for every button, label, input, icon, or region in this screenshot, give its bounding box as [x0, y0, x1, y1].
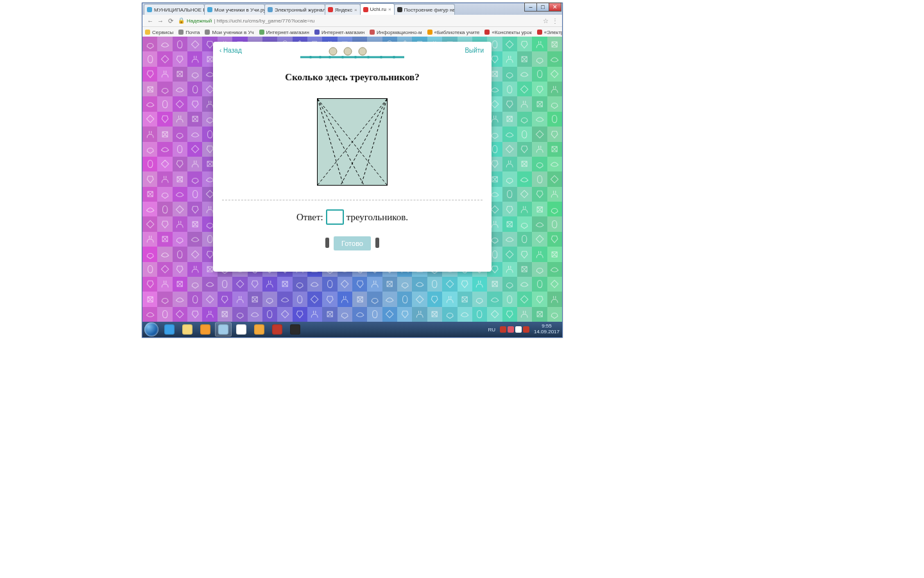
nav-forward-icon[interactable]: → — [157, 17, 164, 24]
taskbar-app-explorer[interactable] — [179, 322, 196, 337]
grid-cell — [517, 307, 532, 322]
doodle-icon — [175, 174, 185, 184]
bookmark-item[interactable]: «Конспекты урок — [484, 30, 531, 35]
tab-close-icon[interactable]: × — [354, 7, 357, 13]
grid-cell — [142, 171, 157, 186]
grid-cell — [352, 277, 367, 292]
taskbar-app-ie[interactable] — [161, 322, 178, 337]
grid-cell — [232, 307, 247, 322]
tab-strip: МУНИЦИПАЛЬНОЕ БЮДЖ×Мои ученики в Учи.ру×… — [142, 3, 562, 15]
maximize-button[interactable]: □ — [536, 3, 549, 12]
grid-cell — [502, 171, 517, 186]
minimize-button[interactable]: – — [524, 3, 537, 12]
doodle-icon — [459, 309, 470, 319]
bookmark-favicon — [484, 30, 490, 35]
doodle-icon — [219, 294, 230, 304]
app-icon — [236, 324, 246, 335]
grid-cell — [322, 292, 337, 306]
browser-menu-icon[interactable]: ⋮ — [552, 17, 558, 24]
doodle-icon — [190, 39, 200, 49]
doodle-icon — [235, 309, 245, 319]
doodle-icon — [190, 264, 200, 274]
clock[interactable]: 9:55 14.09.2017 — [534, 324, 560, 335]
bookmark-item[interactable]: Интернет-магазин — [314, 30, 364, 35]
app-icon — [254, 324, 264, 335]
bookmark-item[interactable]: Интернет-магазин — [259, 30, 309, 35]
doodle-icon — [519, 174, 529, 184]
taskbar-app-outlook[interactable] — [251, 322, 268, 337]
taskbar-app-chrome[interactable] — [233, 322, 250, 337]
grid-cell — [532, 232, 547, 247]
doodle-icon — [415, 294, 425, 304]
doodle-icon — [160, 264, 170, 274]
nav-back-icon[interactable]: ← — [146, 17, 154, 24]
doodle-icon — [519, 249, 529, 259]
grid-cell — [142, 157, 157, 171]
doodle-icon — [445, 279, 455, 289]
taskbar-app-app-red[interactable] — [269, 322, 286, 337]
doodle-icon — [535, 114, 545, 124]
grid-cell — [502, 96, 517, 111]
doodle-icon — [145, 189, 155, 199]
language-indicator[interactable]: RU — [488, 327, 495, 333]
tray-icon[interactable] — [523, 326, 529, 333]
doodle-icon — [190, 219, 200, 229]
grid-cell — [338, 277, 352, 292]
done-button[interactable]: Готово — [334, 236, 371, 250]
doodle-icon — [190, 144, 200, 154]
system-tray[interactable] — [499, 326, 530, 333]
doodle-icon — [549, 159, 560, 169]
doodle-icon — [549, 39, 560, 49]
doodle-icon — [264, 294, 275, 304]
tray-icon[interactable] — [508, 326, 514, 333]
nav-reload-icon[interactable]: ⟳ — [167, 17, 175, 24]
bookmark-item[interactable]: Почта — [178, 30, 200, 35]
progress-indicator — [298, 46, 407, 61]
doodle-icon — [160, 294, 170, 304]
bookmark-star-icon[interactable]: ☆ — [543, 17, 549, 24]
grid-cell — [502, 232, 517, 247]
doodle-icon — [490, 294, 500, 304]
grid-cell — [532, 67, 547, 82]
doodle-icon — [549, 219, 560, 229]
doodle-icon — [145, 279, 155, 289]
doodle-icon — [549, 189, 560, 199]
browser-tab[interactable]: Электронный журнал× — [264, 4, 325, 15]
bookmark-item[interactable]: Мои ученики в Уч — [205, 30, 253, 35]
doodle-icon — [295, 309, 305, 319]
close-button[interactable]: ✕ — [549, 3, 561, 12]
grid-cell — [517, 51, 532, 66]
doodle-icon — [490, 279, 500, 289]
doodle-icon — [519, 69, 529, 79]
browser-tab[interactable]: Мои ученики в Учи.ру× — [204, 4, 265, 15]
grid-cell — [442, 277, 457, 292]
taskbar-app-paint[interactable] — [215, 322, 232, 337]
grid-cell — [517, 37, 532, 51]
doodle-icon — [264, 309, 275, 319]
tray-icon[interactable] — [515, 326, 522, 333]
browser-tab[interactable]: Яндекс× — [325, 4, 361, 15]
browser-tab[interactable]: Построение фигур на пл× — [394, 4, 455, 15]
tab-close-icon[interactable]: × — [388, 6, 391, 12]
svg-point-9 — [329, 48, 337, 55]
tray-icon[interactable] — [500, 326, 506, 333]
doodle-icon — [175, 54, 185, 64]
browser-tab[interactable]: Uchi.ru× — [360, 3, 395, 15]
favicon — [328, 7, 333, 12]
taskbar-app-wmp[interactable] — [197, 322, 214, 337]
browser-tab[interactable]: МУНИЦИПАЛЬНОЕ БЮДЖ× — [144, 4, 205, 15]
back-link[interactable]: ‹ Назад — [219, 47, 242, 54]
bookmark-item[interactable]: Информационно-м — [370, 30, 422, 35]
taskbar-app-app-dark[interactable] — [287, 322, 304, 337]
grid-cell — [502, 187, 517, 202]
url-text[interactable]: | https://uchi.ru/cms/by_game/776?locale… — [214, 18, 541, 24]
bookmark-item[interactable]: «Электронный жур — [537, 30, 562, 35]
exit-link[interactable]: Выйти — [465, 47, 484, 54]
grid-cell — [338, 307, 352, 322]
answer-input[interactable] — [326, 209, 344, 225]
doodle-icon — [160, 114, 170, 124]
bookmark-item[interactable]: «Библиотека учите — [427, 30, 480, 35]
bookmark-item[interactable]: Сервисы — [145, 30, 173, 35]
start-button[interactable] — [144, 322, 158, 337]
svg-point-3 — [329, 56, 331, 58]
